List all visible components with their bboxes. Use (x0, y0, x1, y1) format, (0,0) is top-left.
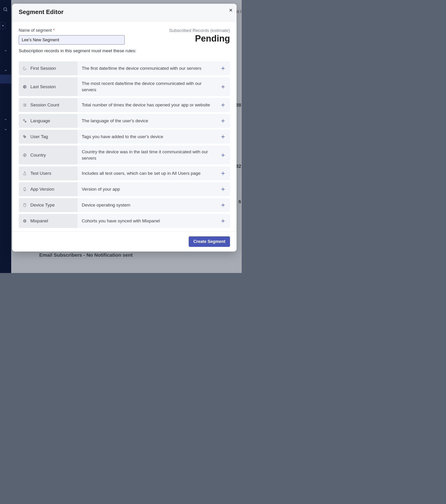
rule-row: MixpanelCohorts you have synced with Mix… (19, 214, 230, 228)
rule-name: Last Session (30, 84, 56, 89)
rule-row: Device TypeDevice operating system (19, 198, 230, 212)
rule-name-cell: First Session (19, 61, 78, 75)
svg-rect-9 (23, 105, 24, 105)
rule-description: Total number of times the device has ope… (78, 98, 216, 112)
modal-footer: Create Segment (12, 232, 236, 252)
chevron-down-icon[interactable] (4, 49, 7, 52)
rule-name-cell: User Tag (19, 130, 78, 144)
svg-text:A: A (24, 120, 24, 121)
rule-row: ALanguageThe language of the user's devi… (19, 114, 230, 128)
add-rule-button[interactable] (220, 133, 226, 140)
svg-rect-7 (23, 104, 24, 104)
chevron-down-icon[interactable] (4, 128, 7, 131)
chevron-down-icon[interactable] (4, 118, 7, 121)
create-segment-button[interactable]: Create Segment (189, 236, 230, 247)
rule-row: App VersionVersion of your app (19, 182, 230, 196)
add-rule-button[interactable] (220, 118, 226, 124)
rule-name: App Version (30, 187, 54, 192)
plus-icon (220, 171, 226, 176)
rule-description: The most recent date/time the device com… (78, 77, 216, 96)
rule-name: First Session (30, 66, 56, 71)
segment-name-input[interactable] (19, 35, 125, 45)
plus-icon (220, 102, 226, 108)
modal-title: Segment Editor (19, 8, 230, 16)
tag-icon (22, 134, 27, 139)
svg-rect-11 (23, 106, 24, 107)
rule-name: Session Count (30, 102, 59, 108)
rule-description: Tags you have added to the user's device (78, 130, 216, 144)
required-indicator: * (53, 28, 55, 33)
rule-row: CountryCountry the device was in the las… (19, 145, 230, 164)
clock-arrow-icon (22, 66, 27, 71)
rule-name-cell: Country (19, 145, 78, 164)
chevron-up-icon[interactable] (4, 69, 7, 72)
svg-rect-16 (25, 121, 26, 123)
rule-name-cell: Mixpanel (19, 214, 78, 228)
translate-icon: A (22, 119, 27, 123)
add-rule-button[interactable] (220, 170, 226, 177)
rule-description: Country the device was in the last time … (78, 145, 216, 164)
sidebar-dropdown[interactable]: ▼ (0, 22, 5, 29)
rule-row: Test UsersIncludes all test users, which… (19, 166, 230, 180)
svg-point-4 (23, 85, 27, 89)
rule-description: Device operating system (78, 198, 216, 212)
rule-description: The language of the user's device (78, 114, 216, 128)
add-rule-button[interactable] (220, 152, 226, 159)
phone-icon (22, 187, 27, 192)
rule-description: Version of your app (78, 182, 216, 196)
estimate-value: Pending (169, 34, 230, 44)
plus-icon (220, 66, 226, 71)
close-icon: ✕ (229, 8, 233, 13)
rule-row: Last SessionThe most recent date/time th… (19, 77, 230, 96)
rule-row: User TagTags you have added to the user'… (19, 130, 230, 144)
circle-dash-icon (22, 219, 27, 223)
rule-name: Device Type (30, 202, 55, 208)
rule-name: Country (30, 153, 46, 158)
add-rule-button[interactable] (220, 102, 226, 108)
segment-name-label: Name of segment * (19, 28, 125, 33)
plus-icon (220, 84, 226, 89)
rule-description: Includes all test users, which can be se… (78, 166, 216, 180)
phone2-icon (22, 203, 27, 207)
svg-rect-8 (24, 104, 26, 104)
estimate-label: Subscribed Records (estimate) (169, 28, 230, 33)
chevron-down-icon: ▼ (2, 24, 4, 27)
rule-name: Language (30, 118, 50, 124)
rules-description: Subscription records in this segment mus… (19, 48, 230, 54)
modal-body: Name of segment * Subscribed Records (es… (12, 21, 236, 232)
rule-description: The first date/time the device communica… (78, 61, 216, 75)
rule-name-cell: App Version (19, 182, 78, 196)
add-rule-button[interactable] (220, 202, 226, 208)
rule-name: Test Users (30, 171, 51, 176)
plus-icon (220, 187, 226, 192)
svg-point-0 (4, 8, 7, 11)
list-icon (22, 103, 27, 107)
svg-point-20 (24, 136, 24, 136)
rule-name-cell: Device Type (19, 198, 78, 212)
rule-description: Cohorts you have synced with Mixpanel (78, 214, 216, 228)
add-rule-button[interactable] (220, 84, 226, 90)
rule-row: First SessionThe first date/time the dev… (19, 61, 230, 75)
plus-icon (220, 153, 226, 158)
plus-icon (220, 218, 226, 224)
svg-rect-10 (24, 105, 26, 105)
add-rule-button[interactable] (220, 65, 226, 72)
arrow-circle-icon (22, 85, 27, 89)
svg-point-29 (24, 190, 25, 191)
plus-icon (220, 202, 226, 208)
add-rule-button[interactable] (220, 186, 226, 193)
sidebar-active-item[interactable] (0, 75, 11, 84)
rule-name: Mixpanel (30, 218, 48, 224)
globe-icon (22, 153, 27, 158)
rule-name-cell: Test Users (19, 166, 78, 180)
add-rule-button[interactable] (220, 218, 226, 224)
segment-editor-modal: Segment Editor ✕ Name of segment * Subsc… (12, 4, 236, 252)
close-button[interactable]: ✕ (229, 7, 233, 13)
rule-name-cell: Last Session (19, 77, 78, 96)
flask-icon (22, 171, 27, 176)
rule-name: User Tag (30, 134, 48, 139)
svg-line-1 (6, 10, 7, 11)
svg-point-37 (24, 220, 25, 222)
modal-header: Segment Editor ✕ (12, 4, 236, 21)
search-icon[interactable] (3, 7, 8, 12)
